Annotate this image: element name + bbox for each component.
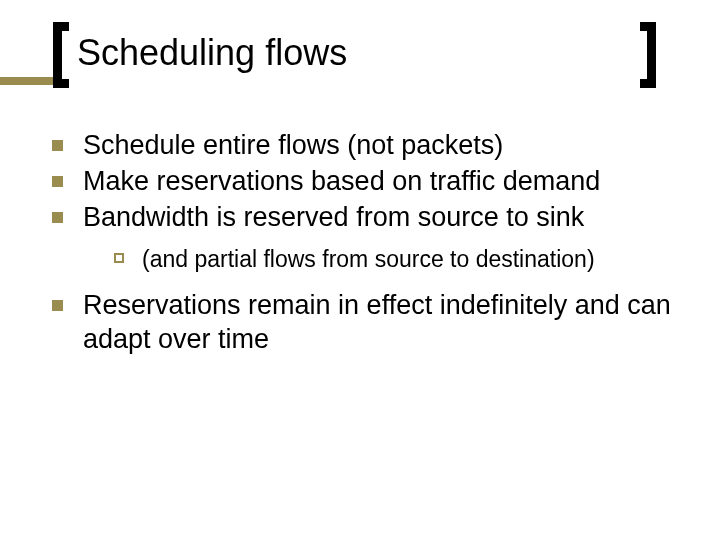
- content-area: Schedule entire flows (not packets) Make…: [52, 128, 680, 358]
- bracket-left-icon: [53, 22, 69, 88]
- bullet-item: Bandwidth is reserved from source to sin…: [52, 200, 680, 234]
- bullet-text: Bandwidth is reserved from source to sin…: [83, 200, 584, 234]
- hollow-square-bullet-icon: [114, 253, 124, 263]
- square-bullet-icon: [52, 176, 63, 187]
- bullet-text: Schedule entire flows (not packets): [83, 128, 503, 162]
- bullet-text: Reservations remain in effect indefinite…: [83, 288, 680, 356]
- square-bullet-icon: [52, 140, 63, 151]
- slide-title: Scheduling flows: [77, 32, 347, 74]
- bullet-item: Reservations remain in effect indefinite…: [52, 288, 680, 356]
- bullet-item: Make reservations based on traffic deman…: [52, 164, 680, 198]
- sub-bullet-item: (and partial flows from source to destin…: [114, 244, 680, 274]
- sub-bullet-text: (and partial flows from source to destin…: [142, 244, 595, 274]
- accent-bar: [0, 77, 53, 85]
- bullet-item: Schedule entire flows (not packets): [52, 128, 680, 162]
- square-bullet-icon: [52, 300, 63, 311]
- square-bullet-icon: [52, 212, 63, 223]
- bracket-right-icon: [640, 22, 656, 88]
- slide: Scheduling flows Schedule entire flows (…: [0, 0, 720, 540]
- bullet-text: Make reservations based on traffic deman…: [83, 164, 600, 198]
